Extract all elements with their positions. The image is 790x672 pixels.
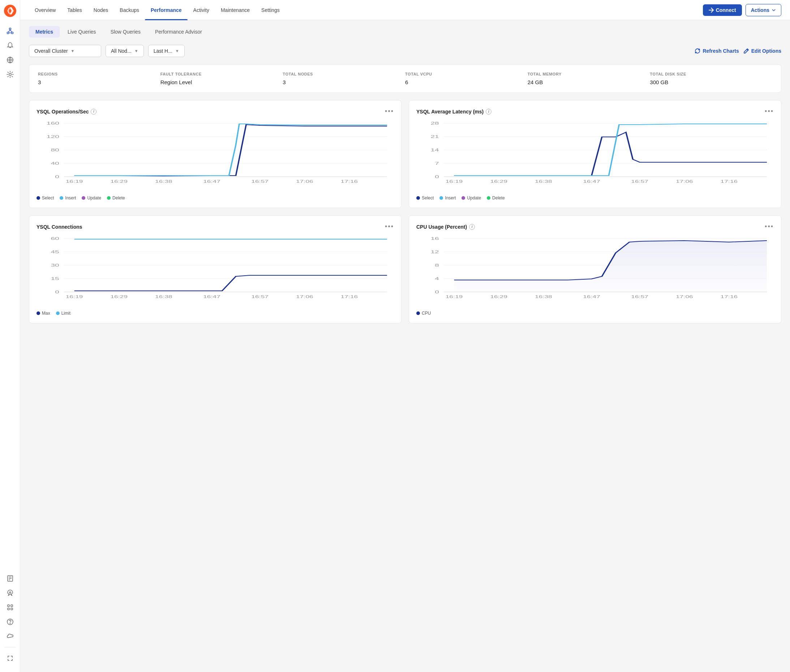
chart-ysql-ops: YSQL Operations/Sec i ••• 160: [29, 100, 402, 208]
stat-total-nodes: TOTAL NODES 3: [283, 72, 405, 85]
time-filter[interactable]: Last H... ▼: [148, 45, 185, 57]
ysql-ops-more-button[interactable]: •••: [385, 108, 394, 115]
svg-text:160: 160: [46, 121, 59, 126]
sidebar-icon-settings[interactable]: [3, 68, 17, 81]
sidebar-icon-bell[interactable]: [3, 39, 17, 52]
svg-rect-15: [11, 605, 13, 606]
svg-point-1: [9, 28, 11, 30]
charts-grid: YSQL Operations/Sec i ••• 160: [29, 100, 781, 323]
svg-text:17:06: 17:06: [296, 179, 313, 184]
svg-text:7: 7: [435, 161, 439, 166]
sidebar: [0, 0, 20, 672]
ysql-ops-legend: Select Insert Update Delete: [37, 195, 394, 200]
legend-conn-max: Max: [37, 311, 50, 316]
chart-ysql-latency: YSQL Average Latency (ms) i ••• 28 21: [409, 100, 781, 208]
svg-text:16:57: 16:57: [251, 295, 269, 299]
cpu-usage-info-icon[interactable]: i: [469, 224, 475, 230]
legend-lat-insert: Insert: [439, 195, 456, 200]
chart-ysql-latency-title: YSQL Average Latency (ms) i: [416, 109, 492, 115]
nav-nodes[interactable]: Nodes: [88, 0, 114, 20]
svg-text:12: 12: [430, 250, 439, 254]
svg-line-4: [8, 30, 10, 32]
svg-text:16:38: 16:38: [535, 295, 552, 299]
chart-ysql-ops-title: YSQL Operations/Sec i: [37, 109, 96, 115]
legend-delete: Delete: [107, 195, 125, 200]
stat-total-vcpu: TOTAL vCPU 6: [405, 72, 528, 85]
ysql-connections-more-button[interactable]: •••: [385, 223, 394, 230]
chart-cpu-usage-title: CPU Usage (Percent) i: [416, 224, 475, 230]
nodes-filter[interactable]: All Nod... ▼: [106, 45, 144, 57]
svg-text:16:47: 16:47: [203, 295, 220, 299]
ysql-ops-chart: 160 120 80 40 0 16:19 16:29 16:38 16:47 …: [37, 120, 394, 192]
cpu-usage-chart: 16 12 8 4 0 16:19 16:29 16:38 16:47 16:5…: [416, 235, 774, 307]
nav-settings[interactable]: Settings: [255, 0, 285, 20]
legend-select: Select: [37, 195, 54, 200]
sidebar-icon-docs[interactable]: [3, 572, 17, 585]
svg-text:0: 0: [435, 290, 439, 294]
ysql-connections-legend: Max Limit: [37, 311, 394, 316]
sidebar-icon-help[interactable]: [3, 615, 17, 628]
svg-point-19: [10, 623, 11, 624]
cluster-filter[interactable]: Overall Cluster ▼: [29, 45, 101, 57]
sidebar-icon-slack[interactable]: [3, 601, 17, 614]
sidebar-icon-expand[interactable]: [3, 652, 17, 665]
svg-text:17:06: 17:06: [676, 179, 693, 184]
tab-live-queries[interactable]: Live Queries: [61, 26, 103, 38]
chart-ysql-connections-header: YSQL Connections •••: [37, 223, 394, 230]
svg-text:17:16: 17:16: [341, 179, 358, 184]
app-logo[interactable]: [3, 4, 17, 18]
tab-performance-advisor[interactable]: Performance Advisor: [149, 26, 208, 38]
ysql-ops-info-icon[interactable]: i: [91, 109, 96, 115]
ysql-latency-more-button[interactable]: •••: [765, 108, 774, 115]
nav-backups[interactable]: Backups: [114, 0, 145, 20]
sidebar-icon-rocket[interactable]: [3, 586, 17, 599]
refresh-charts-button[interactable]: Refresh Charts: [695, 48, 739, 54]
nav-tables[interactable]: Tables: [61, 0, 87, 20]
nav-overview[interactable]: Overview: [29, 0, 61, 20]
stat-regions: REGIONS 3: [38, 72, 160, 85]
stat-fault-tolerance: FAULT TOLERANCE Region Level: [160, 72, 283, 85]
tab-metrics[interactable]: Metrics: [29, 26, 59, 38]
chart-ysql-connections: YSQL Connections ••• 60 45 30 15: [29, 215, 402, 323]
svg-text:16:47: 16:47: [583, 295, 600, 299]
svg-text:16:29: 16:29: [110, 179, 128, 184]
svg-text:17:16: 17:16: [341, 295, 358, 299]
edit-options-button[interactable]: Edit Options: [744, 48, 781, 54]
svg-text:0: 0: [435, 174, 439, 179]
svg-text:120: 120: [46, 134, 59, 139]
filter-row: Overall Cluster ▼ All Nod... ▼ Last H...…: [29, 45, 781, 57]
actions-button[interactable]: Actions: [745, 4, 781, 16]
svg-text:14: 14: [430, 148, 439, 152]
ysql-latency-chart: 28 21 14 7 0 16:19 16:29 16:38 16:47 16:…: [416, 120, 774, 192]
ysql-latency-info-icon[interactable]: i: [486, 109, 492, 115]
svg-rect-17: [11, 608, 13, 610]
sidebar-icon-cloud[interactable]: [3, 630, 17, 643]
nav-maintenance[interactable]: Maintenance: [215, 0, 255, 20]
sidebar-icon-globe[interactable]: [3, 53, 17, 67]
svg-point-8: [9, 74, 11, 75]
svg-rect-14: [8, 605, 10, 606]
svg-text:16:19: 16:19: [66, 179, 83, 184]
ysql-connections-chart: 60 45 30 15 0 16:19 16:29 16:38 16:47 16…: [37, 235, 394, 307]
svg-text:16:19: 16:19: [445, 179, 463, 184]
sidebar-icon-nodes[interactable]: [3, 24, 17, 38]
svg-text:16:57: 16:57: [631, 179, 648, 184]
svg-text:17:16: 17:16: [721, 179, 738, 184]
svg-point-13: [10, 592, 11, 593]
connect-button[interactable]: Connect: [703, 4, 742, 16]
cpu-usage-more-button[interactable]: •••: [765, 223, 774, 230]
svg-text:60: 60: [51, 236, 59, 241]
nav-performance[interactable]: Performance: [145, 0, 187, 20]
tab-slow-queries[interactable]: Slow Queries: [104, 26, 147, 38]
legend-lat-delete: Delete: [487, 195, 505, 200]
nav-activity[interactable]: Activity: [187, 0, 215, 20]
cluster-info-bar: REGIONS 3 FAULT TOLERANCE Region Level T…: [29, 64, 781, 93]
svg-text:45: 45: [51, 250, 59, 254]
svg-text:8: 8: [435, 263, 439, 268]
sub-tabs: Metrics Live Queries Slow Queries Perfor…: [29, 26, 781, 38]
svg-text:16: 16: [430, 236, 439, 241]
svg-text:16:19: 16:19: [445, 295, 463, 299]
svg-text:16:47: 16:47: [203, 179, 220, 184]
svg-text:0: 0: [55, 174, 59, 179]
chart-ysql-connections-title: YSQL Connections: [37, 224, 82, 230]
